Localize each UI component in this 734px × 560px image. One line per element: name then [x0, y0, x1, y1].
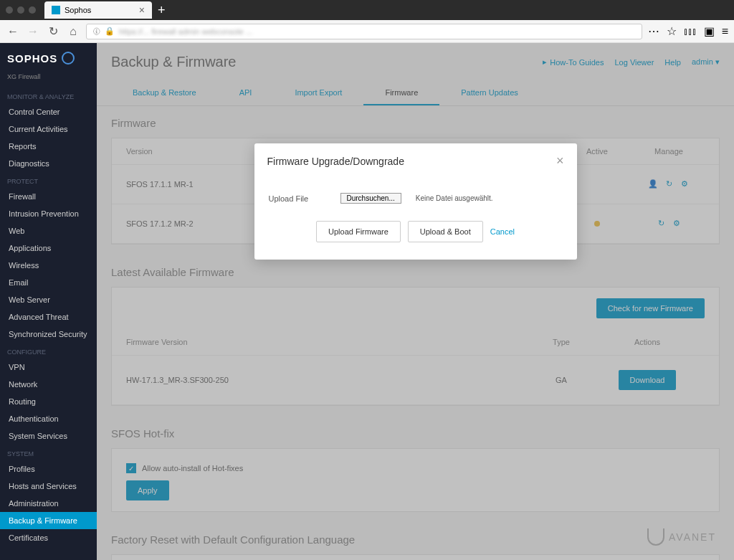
- sidebar-item-administration[interactable]: Administration: [0, 495, 97, 512]
- tab-title: Sophos: [65, 6, 91, 14]
- sidebar: SOPHOS XG Firewall MONITOR & ANALYZE Con…: [0, 43, 97, 560]
- no-file-label: Keine Datei ausgewählt.: [416, 194, 493, 202]
- sidebar-item-firewall[interactable]: Firewall: [0, 188, 97, 205]
- sidebar-section-system: SYSTEM: [0, 445, 97, 460]
- url-bar[interactable]: 🛈 🔒 https://... firewall admin webconsol…: [86, 24, 642, 39]
- sidebar-item-synchronized[interactable]: Synchronized Security: [0, 326, 97, 343]
- modal-close-icon[interactable]: ×: [556, 153, 564, 169]
- sidebar-item-network[interactable]: Network: [0, 376, 97, 393]
- tab-close-icon[interactable]: ×: [139, 4, 145, 16]
- browser-toolbar: ← → ↻ ⌂ 🛈 🔒 https://... firewall admin w…: [0, 20, 734, 43]
- home-button[interactable]: ⌂: [66, 24, 80, 39]
- brand-subtitle: XG Firewall: [0, 73, 97, 87]
- sidebar-item-reports[interactable]: Reports: [0, 138, 97, 155]
- sidebar-item-wireless[interactable]: Wireless: [0, 257, 97, 274]
- sidebar-item-hosts[interactable]: Hosts and Services: [0, 478, 97, 495]
- sidebar-item-backup-firmware[interactable]: Backup & Firmware: [0, 512, 97, 529]
- back-button[interactable]: ←: [6, 24, 20, 39]
- bookmark-icon[interactable]: ☆: [667, 24, 677, 38]
- sidebar-item-authentication[interactable]: Authentication: [0, 410, 97, 427]
- favicon-icon: [52, 6, 60, 14]
- browser-tab[interactable]: Sophos ×: [44, 1, 152, 19]
- sidebar-item-control-center[interactable]: Control Center: [0, 103, 97, 120]
- sidebar-item-advanced-threat[interactable]: Advanced Threat: [0, 308, 97, 326]
- sidebar-item-current-activities[interactable]: Current Activities: [0, 120, 97, 138]
- sidebar-icon[interactable]: ▣: [704, 24, 715, 38]
- brand-logo: SOPHOS: [0, 43, 97, 73]
- upload-boot-button[interactable]: Upload & Boot: [408, 221, 483, 242]
- cancel-button[interactable]: Cancel: [490, 227, 515, 236]
- sidebar-item-email[interactable]: Email: [0, 274, 97, 291]
- new-tab-button[interactable]: +: [158, 3, 166, 18]
- shield-icon: 🛈: [92, 27, 100, 36]
- sidebar-item-web-server[interactable]: Web Server: [0, 291, 97, 308]
- window-minimize-icon[interactable]: [17, 6, 24, 14]
- url-text: https://... firewall admin webconsole ..…: [119, 27, 252, 36]
- sidebar-section-configure: CONFIGURE: [0, 343, 97, 359]
- library-icon[interactable]: ⫿⫿⫿: [684, 27, 697, 37]
- sidebar-item-diagnostics[interactable]: Diagnostics: [0, 155, 97, 172]
- window-maximize-icon[interactable]: [29, 6, 36, 14]
- sidebar-item-routing[interactable]: Routing: [0, 393, 97, 410]
- lock-icon: 🔒: [105, 27, 115, 36]
- sidebar-item-certificates[interactable]: Certificates: [0, 529, 97, 546]
- browser-tab-bar: Sophos × +: [0, 0, 734, 20]
- forward-button[interactable]: →: [26, 24, 40, 39]
- sidebar-item-web[interactable]: Web: [0, 222, 97, 239]
- sidebar-item-applications[interactable]: Applications: [0, 239, 97, 257]
- window-close-icon[interactable]: [6, 6, 13, 14]
- sidebar-section-protect: PROTECT: [0, 172, 97, 188]
- sidebar-section-monitor: MONITOR & ANALYZE: [0, 87, 97, 103]
- reload-button[interactable]: ↻: [46, 24, 60, 39]
- sidebar-item-intrusion[interactable]: Intrusion Prevention: [0, 205, 97, 222]
- modal-overlay[interactable]: Firmware Upgrade/Downgrade × Upload File…: [97, 43, 734, 560]
- firmware-upgrade-modal: Firmware Upgrade/Downgrade × Upload File…: [254, 143, 577, 260]
- sidebar-item-system-services[interactable]: System Services: [0, 427, 97, 445]
- more-icon[interactable]: ⋯: [648, 24, 659, 38]
- main-content: Backup & Firmware ▸How-To Guides Log Vie…: [97, 43, 734, 560]
- upload-firmware-button[interactable]: Upload Firmware: [316, 221, 401, 242]
- globe-icon: [62, 52, 75, 65]
- upload-file-label: Upload File: [269, 194, 326, 203]
- sidebar-item-vpn[interactable]: VPN: [0, 359, 97, 376]
- menu-icon[interactable]: ≡: [722, 25, 728, 38]
- sidebar-item-profiles[interactable]: Profiles: [0, 460, 97, 478]
- browse-button[interactable]: Durchsuchen...: [340, 193, 401, 204]
- modal-title: Firmware Upgrade/Downgrade: [267, 156, 404, 167]
